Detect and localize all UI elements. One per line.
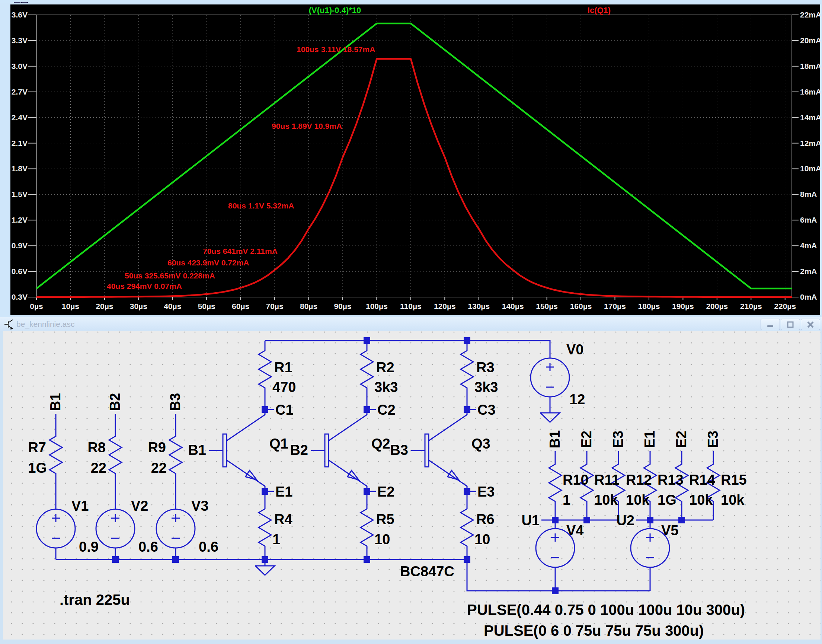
- value-R14[interactable]: 10k: [689, 492, 713, 508]
- value-R2[interactable]: 3k3: [374, 379, 398, 395]
- label-R14[interactable]: R14: [689, 472, 715, 488]
- label-R4[interactable]: R4: [274, 512, 292, 527]
- label-R12[interactable]: R12: [626, 472, 652, 488]
- value-R12[interactable]: 10k: [626, 492, 650, 508]
- y-left-label: 2.1V: [12, 139, 28, 147]
- node-E3[interactable]: E3: [478, 484, 494, 500]
- minimize-button[interactable]: [761, 319, 780, 330]
- y-right-label: 18mA: [800, 62, 821, 71]
- y-right-label: 10mA: [800, 164, 821, 173]
- node-C3[interactable]: C3: [478, 402, 496, 418]
- label-V0[interactable]: V0: [566, 342, 583, 357]
- node-E2-right1[interactable]: E2: [579, 431, 594, 448]
- cursor-annotation: 50us 325.65mV 0.228mA: [125, 271, 215, 280]
- node-C2[interactable]: C2: [377, 402, 396, 418]
- label-V3[interactable]: V3: [191, 498, 208, 514]
- node-E2[interactable]: E2: [377, 484, 395, 500]
- value-R11[interactable]: 10k: [594, 492, 618, 508]
- label-R9[interactable]: R9: [148, 440, 166, 455]
- label-V2[interactable]: V2: [131, 498, 148, 514]
- label-R1[interactable]: R1: [274, 360, 292, 375]
- close-button[interactable]: [801, 319, 820, 330]
- x-axis-label: 30µs: [130, 302, 147, 310]
- window-frame-bottom: [0, 639, 822, 644]
- label-V1[interactable]: V1: [72, 498, 89, 514]
- label-Q3[interactable]: Q3: [471, 436, 490, 452]
- model-label-bc847c[interactable]: BC847C: [400, 564, 455, 579]
- value-R3[interactable]: 3k3: [475, 379, 498, 395]
- y-right-label: 2mA: [800, 267, 817, 276]
- y-right-label: 4mA: [800, 241, 817, 250]
- x-axis-label: 120µs: [434, 302, 456, 310]
- node-E2-right2[interactable]: E2: [674, 431, 689, 448]
- x-axis-label: 20µs: [96, 302, 113, 310]
- value-V0[interactable]: 12: [569, 392, 585, 407]
- label-R7[interactable]: R7: [28, 440, 46, 455]
- y-right-label: 6mA: [800, 216, 817, 224]
- label-R3[interactable]: R3: [476, 360, 494, 375]
- window-frame-right: [820, 331, 822, 644]
- value-R15[interactable]: 10k: [721, 492, 745, 508]
- node-U2[interactable]: U2: [616, 512, 634, 528]
- label-V5[interactable]: V5: [661, 523, 678, 538]
- y-right-label: 16mA: [800, 87, 821, 96]
- value-R10[interactable]: 1: [563, 492, 571, 508]
- node-E3-right1[interactable]: E3: [610, 431, 626, 448]
- y-left-label: 1.2V: [12, 216, 28, 224]
- y-right-label: 14mA: [800, 113, 821, 122]
- wave-background: [11, 5, 820, 315]
- value-R5[interactable]: 10: [374, 532, 390, 547]
- maximize-button[interactable]: [781, 319, 800, 330]
- label-Q1[interactable]: Q1: [269, 436, 288, 452]
- label-V4[interactable]: V4: [566, 523, 583, 538]
- value-R9[interactable]: 22: [151, 460, 167, 476]
- value-V3[interactable]: 0.6: [199, 539, 219, 555]
- value-V2[interactable]: 0.6: [138, 539, 158, 555]
- schematic-titlebar[interactable]: be_kennlinie.asc: [0, 317, 822, 332]
- value-R4[interactable]: 1: [272, 532, 280, 547]
- label-R10[interactable]: R10: [563, 472, 589, 488]
- trace-label-green[interactable]: (V(u1)-0.4)*10: [309, 6, 361, 15]
- value-V1[interactable]: 0.9: [79, 539, 99, 555]
- value-R8[interactable]: 22: [91, 460, 106, 476]
- x-axis-label: 220µs: [774, 302, 796, 310]
- label-R6[interactable]: R6: [476, 512, 494, 527]
- x-axis-label: 70µs: [266, 302, 283, 310]
- base-node-B3[interactable]: B3: [390, 442, 408, 458]
- label-R11[interactable]: R11: [594, 472, 620, 488]
- base-node-B2[interactable]: B2: [290, 442, 308, 458]
- x-axis-label: 150µs: [536, 302, 558, 310]
- value-R1[interactable]: 470: [272, 379, 296, 395]
- directive-pulse-v5[interactable]: PULSE(0 6 0 75u 75u 75u 300u): [484, 623, 704, 639]
- minimize-icon: [767, 321, 774, 328]
- directive-tran[interactable]: .tran 225u: [60, 592, 130, 608]
- node-C1[interactable]: C1: [276, 402, 294, 418]
- y-left-label: 3.0V: [12, 62, 28, 71]
- schematic-canvas[interactable]: R1 470 R2 3k3 R3 3k3 R4 1 R5 10 R6 10 C1…: [3, 331, 820, 639]
- y-right-label: 20mA: [800, 36, 821, 44]
- x-axis-label: 180µs: [638, 302, 660, 310]
- value-R13[interactable]: 1G: [658, 492, 677, 508]
- base-node-B1[interactable]: B1: [188, 442, 206, 458]
- label-R13[interactable]: R13: [658, 472, 684, 488]
- node-E1[interactable]: E1: [276, 484, 292, 500]
- node-B1-left[interactable]: B1: [47, 393, 63, 411]
- label-R15[interactable]: R15: [721, 472, 747, 488]
- node-E1-right[interactable]: E1: [642, 431, 658, 448]
- node-B2-left[interactable]: B2: [107, 393, 123, 411]
- directive-pulse-v4[interactable]: PULSE(0.44 0.75 0 100u 100u 10u 300u): [467, 601, 745, 618]
- cursor-annotation: 40us 294mV 0.07mA: [107, 282, 182, 290]
- node-B1-right[interactable]: B1: [547, 430, 563, 449]
- waveform-plot[interactable]: 3.6V3.3V3.0V2.7V2.4V2.1V1.8V1.5V1.2V0.9V…: [0, 3, 822, 317]
- trace-label-red[interactable]: Ic(Q1): [588, 6, 611, 15]
- node-U1[interactable]: U1: [521, 512, 540, 528]
- x-axis-label: 200µs: [706, 302, 728, 310]
- label-R2[interactable]: R2: [376, 360, 395, 375]
- node-B3-left[interactable]: B3: [167, 393, 183, 411]
- label-Q2[interactable]: Q2: [371, 436, 390, 452]
- label-R5[interactable]: R5: [376, 512, 395, 527]
- value-R7[interactable]: 1G: [28, 460, 47, 476]
- label-R8[interactable]: R8: [87, 440, 106, 455]
- value-R6[interactable]: 10: [475, 532, 490, 547]
- node-E3-right2[interactable]: E3: [705, 431, 721, 448]
